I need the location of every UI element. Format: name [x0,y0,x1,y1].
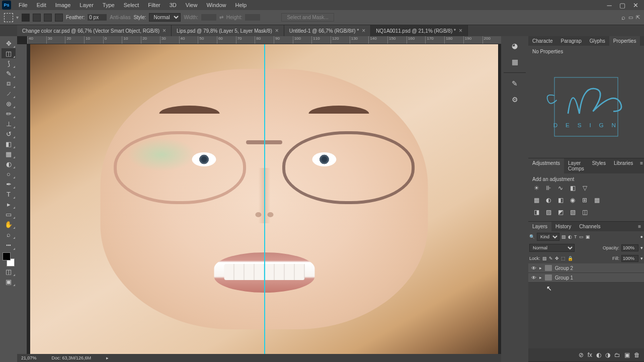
menu-select[interactable]: Select [119,1,144,10]
filter-shape-icon[interactable]: ▭ [579,234,584,239]
tab-libraries[interactable]: Libraries [610,158,637,173]
filter-smart-icon[interactable]: ▣ [586,234,590,239]
lock-pixels-icon[interactable]: ✎ [549,256,553,261]
pen-tool[interactable]: ✒ [2,179,16,189]
close-tab-icon[interactable]: × [163,27,166,34]
layer-name[interactable]: Group 1 [555,275,573,281]
opacity-input[interactable] [621,244,638,251]
selection-mode-subtract[interactable] [44,14,52,22]
select-and-mask-button[interactable]: Select and Mask... [281,13,334,22]
color-swatches[interactable] [2,252,16,266]
zoom-level[interactable]: 21,07% [21,355,37,360]
quick-mask-tool[interactable]: ▣ [2,277,16,287]
screen-mode-tool[interactable]: ◫ [2,266,16,277]
layer-mask-icon[interactable]: ◐ [596,351,601,358]
crop-tool[interactable]: ⧈ [2,78,16,88]
menu-3d[interactable]: 3D [165,1,181,10]
hue-icon[interactable]: ▦ [532,196,540,204]
type-tool[interactable]: T [2,189,16,199]
vibrance-icon[interactable]: ▽ [581,184,589,192]
invert-icon[interactable]: ◨ [532,208,540,216]
layer-kind-select[interactable]: Kind [537,233,559,241]
menu-layer[interactable]: Layer [75,1,98,10]
share-icon[interactable]: ▭ [628,15,633,20]
selection-mode-new[interactable] [22,14,30,22]
menu-edit[interactable]: Edit [32,1,51,10]
color-lookup-icon[interactable]: ▦ [593,196,601,204]
tab-glyphs[interactable]: Glyphs [586,36,609,46]
menu-filter[interactable]: Filter [143,1,165,10]
tab-paragraph[interactable]: Paragrap [557,36,586,46]
minimize-button[interactable]: ─ [603,0,616,10]
filter-adj-icon[interactable]: ◐ [568,234,572,239]
exposure-icon[interactable]: ◧ [569,184,577,192]
tab-actions[interactable]: Actions [640,36,644,46]
doc-tab-4[interactable]: NQ1A0011.psd @ 21,1% (RGB/8) *× [371,25,468,36]
expand-icon[interactable]: ▸ [539,275,542,280]
dodge-tool[interactable]: ○ [2,169,16,179]
selection-mode-intersect[interactable] [55,14,63,22]
ruler-vertical[interactable] [17,44,27,362]
settings-panel-icon[interactable]: ⚙ [509,94,520,105]
photo-filter-icon[interactable]: ◉ [569,196,577,204]
link-layers-icon[interactable]: ⊘ [579,351,584,358]
visibility-toggle[interactable]: 👁 [531,265,536,271]
gradient-tool[interactable]: ▦ [2,149,16,159]
swatches-panel-icon[interactable]: ▦ [509,56,520,67]
edit-toolbar[interactable]: ••• [2,240,16,250]
close-tab-icon[interactable]: × [362,27,365,34]
healing-tool[interactable]: ⊛ [2,99,16,109]
status-arrow-icon[interactable]: ▸ [106,355,109,360]
filter-pixel-icon[interactable]: ▧ [561,234,566,239]
eyedropper-tool[interactable]: ⟋ [2,88,16,99]
lasso-tool[interactable]: ⟆ [2,58,16,68]
layer-item[interactable]: 👁▸Group 1 [528,273,644,283]
color-balance-icon[interactable]: ◐ [544,196,552,204]
visibility-toggle[interactable]: 👁 [531,275,536,281]
levels-icon[interactable]: ⊪ [544,184,552,192]
foreground-color[interactable] [3,252,11,260]
maximize-button[interactable]: ▢ [616,0,629,10]
path-select-tool[interactable]: ▸ [2,199,16,209]
eraser-tool[interactable]: ◧ [2,139,16,149]
tab-channels[interactable]: Channels [575,222,604,231]
menu-image[interactable]: Image [51,1,75,10]
filter-type-icon[interactable]: T [574,234,577,239]
tab-character[interactable]: Characte [528,36,557,46]
layer-name[interactable]: Group 2 [555,265,573,271]
shape-tool[interactable]: ▭ [2,209,16,219]
gradient-map-icon[interactable]: ▧ [569,208,577,216]
search-icon[interactable]: ⌕ [621,14,625,21]
expand-icon[interactable]: ▸ [539,265,542,270]
channel-mixer-icon[interactable]: ⊞ [581,196,589,204]
style-select[interactable]: Normal [149,13,181,22]
close-tab-icon[interactable]: × [275,27,279,34]
vertical-guide[interactable] [264,44,265,354]
brushes-panel-icon[interactable]: ✎ [509,78,520,89]
lock-all-icon[interactable]: 🔒 [568,256,573,261]
tab-adjustments[interactable]: Adjustments [528,158,564,173]
zoom-tool[interactable]: ⌕ [2,229,16,239]
history-brush-tool[interactable]: ↺ [2,129,16,139]
new-group-icon[interactable]: 🗀 [614,351,620,358]
fill-input[interactable] [621,255,638,262]
hand-tool[interactable]: ✋ [2,219,16,229]
brush-tool[interactable]: ✏ [2,109,16,119]
tab-layer-comps[interactable]: Layer Comps [564,158,588,173]
color-panel-icon[interactable]: ◕ [509,40,520,51]
brightness-icon[interactable]: ☀ [532,184,540,192]
lock-position-icon[interactable]: ✥ [555,256,559,261]
tab-layers[interactable]: Layers [528,222,551,231]
menu-type[interactable]: Type [98,1,119,10]
lock-artboard-icon[interactable]: ⬚ [561,256,566,261]
selection-mode-add[interactable] [33,14,41,22]
menu-view[interactable]: View [181,1,202,10]
close-button[interactable]: ✕ [629,0,642,10]
posterize-icon[interactable]: ▨ [544,208,552,216]
panel-menu-icon[interactable]: ≡ [635,222,644,231]
tab-styles[interactable]: Styles [588,158,610,173]
feather-input[interactable] [88,14,107,21]
new-layer-icon[interactable]: ▣ [624,351,630,358]
lock-transparency-icon[interactable]: ▧ [542,256,547,261]
blend-mode-select[interactable]: Normal [529,244,575,252]
